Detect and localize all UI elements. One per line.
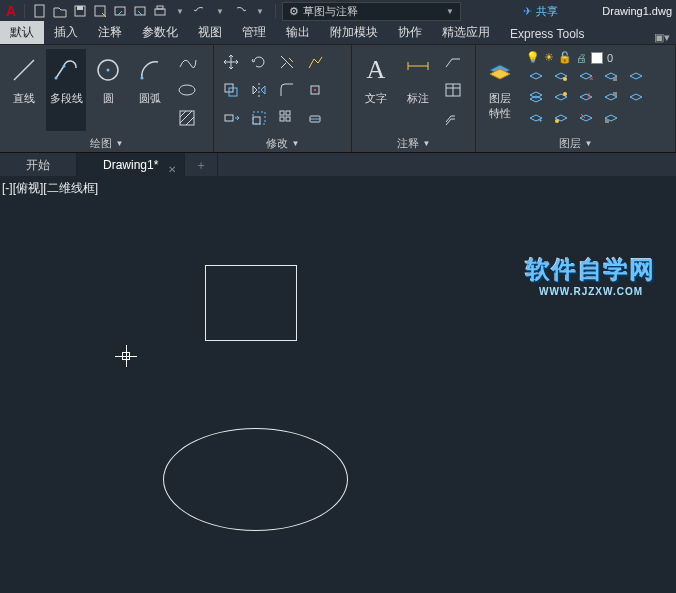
workspace-label: 草图与注释	[303, 4, 358, 19]
leader-icon[interactable]	[440, 49, 466, 75]
layer-tool-icon[interactable]	[526, 67, 546, 85]
layer-tool-icon[interactable]	[551, 67, 571, 85]
trim-icon[interactable]	[274, 49, 300, 75]
share-button[interactable]: ✈ 共享	[523, 4, 558, 19]
layer-tool-icon[interactable]: +	[526, 109, 546, 127]
tab-view[interactable]: 视图	[188, 21, 232, 44]
mleader-icon[interactable]	[440, 105, 466, 131]
spline-icon[interactable]	[174, 49, 200, 75]
line-button[interactable]: 直线	[4, 49, 44, 131]
tab-output[interactable]: 输出	[276, 21, 320, 44]
tab-collab[interactable]: 协作	[388, 21, 432, 44]
layer-tool-icon[interactable]	[576, 109, 596, 127]
open-icon[interactable]	[51, 2, 69, 20]
share-icon: ✈	[523, 5, 532, 18]
doc-tab-drawing1[interactable]: Drawing1*✕	[77, 153, 185, 177]
svg-point-14	[179, 85, 195, 95]
tab-addins[interactable]: 附加模块	[320, 21, 388, 44]
svg-rect-23	[280, 117, 284, 121]
layer-tool-icon[interactable]	[526, 88, 546, 106]
rectangle-object[interactable]	[205, 265, 297, 341]
layer-tool-icon[interactable]	[601, 67, 621, 85]
tab-manage[interactable]: 管理	[232, 21, 276, 44]
polyline-button[interactable]: 多段线	[46, 49, 86, 131]
svg-rect-4	[115, 7, 125, 15]
layer-tool-icon[interactable]	[576, 88, 596, 106]
chevron-down-icon: ▼	[446, 7, 454, 16]
move-icon[interactable]	[218, 49, 244, 75]
svg-rect-21	[280, 111, 284, 115]
gear-icon: ⚙	[289, 5, 299, 18]
panel-layers: 图层 特性 💡 ☀ 🔓 🖨 0 ×	[476, 45, 676, 152]
erase-icon[interactable]	[302, 105, 328, 131]
svg-point-13	[141, 77, 144, 80]
bulb-icon: 💡	[526, 51, 540, 64]
layer-tool-icon[interactable]	[601, 88, 621, 106]
plot-icon: 🖨	[576, 52, 587, 64]
svg-rect-6	[155, 9, 165, 15]
mirror-icon[interactable]	[246, 77, 272, 103]
fillet-icon[interactable]	[274, 77, 300, 103]
ellipse-icon[interactable]	[174, 77, 200, 103]
redo-icon[interactable]	[231, 2, 249, 20]
tab-parametric[interactable]: 参数化	[132, 21, 188, 44]
layer-tool-icon[interactable]	[626, 88, 646, 106]
svg-rect-38	[613, 92, 617, 96]
dimension-button[interactable]: 标注	[398, 49, 438, 131]
array-icon[interactable]	[274, 105, 300, 131]
svg-rect-36	[613, 77, 617, 81]
ellipse-object[interactable]	[163, 428, 348, 531]
scale-icon[interactable]	[246, 105, 272, 131]
tab-insert[interactable]: 插入	[44, 21, 88, 44]
viewport-label[interactable]: [-][俯视][二维线框]	[2, 180, 98, 197]
web-open-icon[interactable]	[111, 2, 129, 20]
svg-rect-19	[253, 117, 260, 124]
tab-annotate[interactable]: 注释	[88, 21, 132, 44]
print-icon[interactable]	[151, 2, 169, 20]
svg-text:×: ×	[589, 74, 594, 83]
undo-dropdown-icon[interactable]: ▼	[211, 2, 229, 20]
svg-rect-7	[157, 6, 163, 9]
layer-tool-icon[interactable]: ×	[576, 67, 596, 85]
arc-button[interactable]: 圆弧	[130, 49, 170, 131]
doc-tab-start[interactable]: 开始	[0, 153, 77, 177]
title-bar: A ▼ ▼ ▼ ⚙ 草图与注释 ▼ ✈ 共享 Drawing1.dwg	[0, 0, 676, 22]
svg-point-9	[55, 77, 58, 80]
web-save-icon[interactable]	[131, 2, 149, 20]
hatch-icon[interactable]	[174, 105, 200, 131]
svg-point-10	[63, 65, 66, 68]
copy-icon[interactable]	[218, 77, 244, 103]
watermark: 软件自学网 WWW.RJZXW.COM	[526, 254, 656, 297]
table-icon[interactable]	[440, 77, 466, 103]
circle-button[interactable]: 圆	[88, 49, 128, 131]
explode-icon[interactable]	[302, 77, 328, 103]
layer-properties-button[interactable]: 图层 特性	[480, 49, 520, 130]
layer-tool-icon[interactable]	[601, 109, 621, 127]
redo-dropdown-icon[interactable]: ▼	[251, 2, 269, 20]
layer-tool-icon[interactable]	[626, 67, 646, 85]
app-logo-icon: A	[4, 3, 18, 19]
text-button[interactable]: A 文字	[356, 49, 396, 131]
saveas-icon[interactable]	[91, 2, 109, 20]
share-label: 共享	[536, 4, 558, 19]
doc-tab-add[interactable]: ＋	[185, 153, 218, 177]
undo-icon[interactable]	[191, 2, 209, 20]
stretch-icon[interactable]	[218, 105, 244, 131]
print-dropdown-icon[interactable]: ▼	[171, 2, 189, 20]
panel-draw-title: 绘图	[90, 136, 112, 151]
tab-express[interactable]: Express Tools	[500, 24, 594, 44]
layer-tool-icon[interactable]	[551, 109, 571, 127]
workspace-selector[interactable]: ⚙ 草图与注释 ▼	[282, 2, 461, 21]
tab-default[interactable]: 默认	[0, 21, 44, 44]
rotate-icon[interactable]	[246, 49, 272, 75]
layer-current-selector[interactable]: 💡 ☀ 🔓 🖨 0	[526, 51, 646, 64]
panel-modify: 修改▼	[214, 45, 352, 152]
ribbon-focus-icon[interactable]: ▣▾	[654, 31, 670, 44]
save-icon[interactable]	[71, 2, 89, 20]
layer-tool-icon[interactable]	[551, 88, 571, 106]
svg-point-40	[555, 119, 559, 123]
new-icon[interactable]	[31, 2, 49, 20]
tab-featured[interactable]: 精选应用	[432, 21, 500, 44]
edit-polyline-icon[interactable]	[302, 49, 328, 75]
drawing-canvas[interactable]: [-][俯视][二维线框] 软件自学网 WWW.RJZXW.COM	[0, 176, 676, 593]
